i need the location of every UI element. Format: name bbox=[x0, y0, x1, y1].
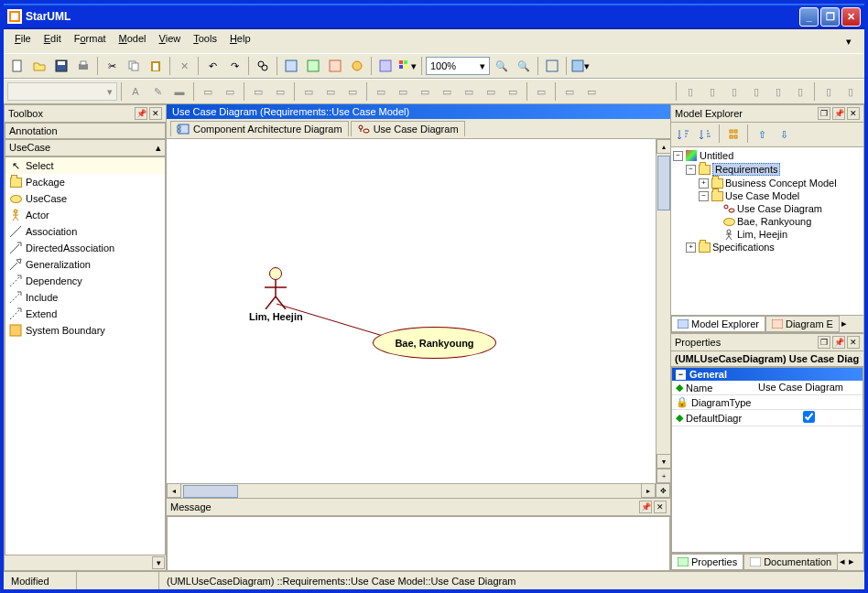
toolbox-section-annotation[interactable]: Annotation bbox=[5, 123, 166, 139]
tree-ucd[interactable]: Use Case Diagram bbox=[673, 202, 862, 215]
tree-bae[interactable]: Bae, Rankyoung bbox=[673, 215, 862, 228]
toolbox-include[interactable]: Include bbox=[5, 289, 165, 306]
delete-icon[interactable]: ✕ bbox=[174, 56, 194, 76]
cut-icon[interactable]: ✂ bbox=[102, 56, 122, 76]
tab-documentation[interactable]: Documentation bbox=[743, 554, 838, 570]
minimize-button[interactable]: _ bbox=[799, 7, 819, 27]
scroll-corner-plus-icon[interactable]: + bbox=[656, 469, 670, 483]
filter-icon[interactable] bbox=[723, 124, 743, 145]
toolbox-dependency[interactable]: Dependency bbox=[5, 273, 165, 289]
redo-icon[interactable]: ↷ bbox=[224, 56, 244, 76]
scroll-thumb-v[interactable] bbox=[657, 156, 670, 210]
default-checkbox[interactable] bbox=[803, 411, 815, 423]
toolbox-usecase[interactable]: UseCase bbox=[5, 190, 165, 207]
menu-edit[interactable]: Edit bbox=[38, 31, 67, 51]
toolbox-generalization[interactable]: Generalization bbox=[5, 256, 165, 273]
message-pin-icon[interactable]: 📌 bbox=[639, 501, 652, 513]
group-toggle-icon[interactable]: − bbox=[676, 370, 686, 380]
scroll-down-arrow-icon[interactable]: ▾ bbox=[656, 454, 670, 469]
menu-view[interactable]: View bbox=[154, 31, 187, 51]
fit-icon[interactable] bbox=[542, 56, 562, 76]
close-button[interactable]: ✕ bbox=[841, 7, 861, 27]
menu-format[interactable]: Format bbox=[69, 31, 112, 51]
tree-requirements[interactable]: −Requirements bbox=[673, 162, 862, 177]
scroll-pan-icon[interactable]: ✥ bbox=[656, 483, 670, 498]
prop-name[interactable]: ◆Name Use Case Diagram bbox=[672, 381, 863, 395]
palette-icon[interactable]: ▾ bbox=[397, 56, 418, 76]
prop-name-value[interactable]: Use Case Diagram bbox=[754, 381, 863, 394]
menu-help[interactable]: Help bbox=[224, 31, 256, 51]
tree-ucm[interactable]: −Use Case Model bbox=[673, 189, 862, 202]
toolbox-pin-icon[interactable]: 📌 bbox=[135, 107, 147, 120]
diagram4-icon[interactable] bbox=[347, 56, 367, 76]
zoom-out-icon[interactable]: 🔍 bbox=[514, 56, 534, 76]
options-icon[interactable] bbox=[375, 56, 396, 76]
toolbox-close-icon[interactable]: ✕ bbox=[149, 107, 162, 120]
tabs-scroll-left-icon[interactable]: ◂ bbox=[838, 554, 847, 570]
tree-spec[interactable]: +Specifications bbox=[673, 241, 862, 253]
tabs-scroll-right-icon[interactable]: ▸ bbox=[847, 554, 856, 570]
props-pin-icon[interactable]: 📌 bbox=[832, 336, 845, 349]
sort2-icon[interactable] bbox=[695, 124, 715, 145]
menu-overflow-icon[interactable]: ▾ bbox=[839, 31, 859, 51]
diagram-canvas[interactable]: Lim, Heejin Bae, Rankyoung bbox=[167, 139, 656, 483]
menu-file[interactable]: File bbox=[9, 31, 37, 51]
toolbox-boundary[interactable]: System Boundary bbox=[5, 322, 165, 339]
toolbox-section-usecase[interactable]: UseCase▴ bbox=[5, 139, 166, 156]
explorer-max-icon[interactable]: ❐ bbox=[818, 107, 830, 120]
tree-toggle-icon[interactable]: + bbox=[699, 178, 709, 189]
props-close-icon[interactable]: ✕ bbox=[847, 336, 860, 349]
copy-icon[interactable] bbox=[124, 56, 144, 76]
maximize-button[interactable]: ❐ bbox=[820, 7, 840, 27]
prop-default[interactable]: ◆DefaultDiagr bbox=[672, 410, 863, 426]
undo-icon[interactable]: ↶ bbox=[202, 56, 222, 76]
menu-tools[interactable]: Tools bbox=[188, 31, 222, 51]
up-arrow-icon[interactable]: ⇧ bbox=[752, 124, 772, 145]
open-icon[interactable] bbox=[29, 56, 49, 76]
message-close-icon[interactable]: ✕ bbox=[654, 501, 667, 513]
save-icon[interactable] bbox=[51, 56, 71, 76]
tree-toggle-icon[interactable]: + bbox=[686, 243, 696, 253]
toolbox-association[interactable]: Association bbox=[5, 223, 165, 240]
zoom-in-icon[interactable]: 🔍 bbox=[492, 56, 512, 76]
prop-diagtype[interactable]: 🔒DiagramType bbox=[672, 395, 863, 410]
tab-diagram-explorer[interactable]: Diagram E bbox=[765, 316, 840, 332]
scrollbar-vertical[interactable]: ▴ ▾ + bbox=[656, 139, 670, 483]
tabs-scroll-right-icon[interactable]: ▸ bbox=[840, 316, 849, 332]
tree-toggle-icon[interactable]: − bbox=[699, 191, 709, 201]
scroll-left-arrow-icon[interactable]: ◂ bbox=[167, 483, 181, 498]
down-arrow-icon[interactable]: ⇩ bbox=[774, 124, 794, 145]
zoom-combo[interactable]: 100%▾ bbox=[426, 57, 490, 75]
toolbox-directed[interactable]: DirectedAssociation bbox=[5, 240, 165, 256]
props-max-icon[interactable]: ❐ bbox=[818, 336, 830, 349]
tab-model-explorer[interactable]: Model Explorer bbox=[671, 316, 765, 332]
props-group-general[interactable]: −General bbox=[672, 368, 863, 381]
prop-default-value[interactable] bbox=[754, 410, 863, 426]
diagram3-icon[interactable] bbox=[325, 56, 345, 76]
tree-toggle-icon[interactable]: − bbox=[673, 151, 683, 161]
find-icon[interactable] bbox=[253, 56, 273, 76]
scroll-thumb-h[interactable] bbox=[183, 485, 238, 498]
new-icon[interactable] bbox=[7, 56, 27, 76]
menu-model[interactable]: Model bbox=[114, 31, 152, 51]
nav-icon[interactable]: ▾ bbox=[570, 56, 591, 76]
explorer-pin-icon[interactable]: 📌 bbox=[832, 107, 845, 120]
paste-icon[interactable] bbox=[146, 56, 166, 76]
explorer-close-icon[interactable]: ✕ bbox=[847, 107, 860, 120]
tree-bcm[interactable]: +Business Concept Model bbox=[673, 177, 862, 189]
actor-lim[interactable]: Lim, Heejin bbox=[249, 267, 303, 322]
toolbox-package[interactable]: Package bbox=[5, 174, 165, 190]
scroll-up-arrow-icon[interactable]: ▴ bbox=[656, 139, 670, 154]
scroll-right-arrow-icon[interactable]: ▸ bbox=[641, 483, 656, 498]
toolbox-actor[interactable]: Actor bbox=[5, 207, 165, 223]
diagram1-icon[interactable] bbox=[281, 56, 301, 76]
tree-root[interactable]: −Untitled bbox=[673, 149, 862, 162]
toolbox-extend[interactable]: Extend bbox=[5, 306, 165, 322]
scrollbar-horizontal[interactable]: ◂ ▸ bbox=[167, 483, 656, 498]
toolbox-scroll-down-icon[interactable]: ▾ bbox=[152, 556, 165, 569]
print-icon[interactable] bbox=[73, 56, 93, 76]
tab-usecase[interactable]: Use Case Diagram bbox=[351, 121, 465, 136]
tab-properties[interactable]: Properties bbox=[671, 554, 743, 570]
scroll-up-icon[interactable]: ▴ bbox=[156, 142, 161, 154]
tree-toggle-icon[interactable]: − bbox=[686, 165, 696, 175]
